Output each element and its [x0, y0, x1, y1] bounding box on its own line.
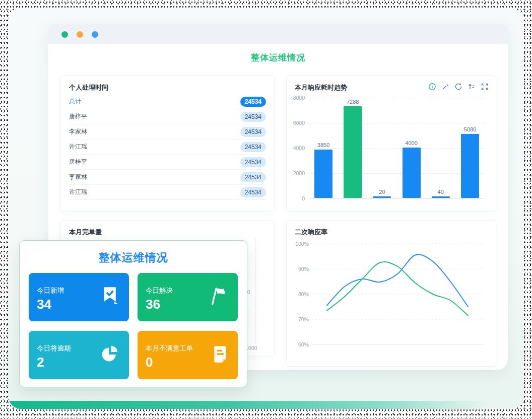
info-circle-icon[interactable]: [428, 83, 436, 91]
bar-rect: [461, 134, 479, 198]
pie-chart-icon: [101, 345, 119, 363]
bar-rect: [314, 150, 332, 198]
y-axis-tick: 6000: [287, 120, 305, 126]
person-name: 许江瑶: [69, 188, 87, 196]
value-badge: 24534: [240, 172, 266, 182]
magic-wand-icon[interactable]: [441, 83, 449, 91]
y-axis-tick: 4000: [287, 145, 305, 151]
value-badge: 24534: [240, 127, 266, 137]
bar-value-label: 4000: [405, 140, 417, 146]
panel-title: 本月完单量: [69, 228, 266, 237]
window-dot-orange[interactable]: [77, 31, 83, 38]
sort-icon[interactable]: [468, 83, 476, 91]
refresh-icon[interactable]: [454, 83, 462, 91]
stat-tile-document[interactable]: 本月不满意工单0: [138, 331, 238, 379]
person-name: 许江瑶: [69, 143, 87, 151]
value-badge: 24534: [240, 187, 266, 197]
panel-second-response: 二次响应率 100%90%80%70%60%: [286, 220, 496, 367]
panel-title: 个人处理时间: [69, 83, 266, 92]
bar-value-label: 7288: [347, 99, 359, 105]
stat-tile-pie-chart[interactable]: 今日将逾期2: [29, 331, 129, 379]
value-badge: 24534: [240, 157, 266, 167]
bar-rect: [344, 106, 362, 198]
person-name: 唐梓平: [69, 158, 87, 166]
bar[interactable]: 4000: [397, 140, 426, 198]
document-icon: [213, 345, 228, 363]
y-axis-tick: 90%: [298, 266, 309, 272]
bar[interactable]: 3850: [309, 142, 338, 198]
y-axis-tick: 2000: [287, 170, 305, 176]
overlay-kpi-card: 整体运维情况 今日新增34今日解决36今日将逾期2本月不满意工单0: [19, 240, 247, 387]
list-item: 李家林24534: [69, 170, 266, 185]
list-item: 许江瑶24534: [69, 139, 266, 155]
window-header: [48, 24, 508, 44]
y-axis-tick: 0: [287, 195, 305, 201]
list-item: 李家林24534: [69, 124, 266, 139]
bar[interactable]: 40: [426, 189, 455, 198]
panel-personal-time: 个人处理时间 总计24534唐梓平24534李家林24534许江瑶24534唐梓…: [60, 76, 275, 212]
chart-toolbar: [428, 83, 489, 91]
bar-chart-plot[interactable]: 38507288204000405080: [309, 98, 485, 198]
line-chart[interactable]: 100%90%80%70%60%: [290, 236, 489, 357]
stats-grid: 今日新增34今日解决36今日将逾期2本月不满意工单0: [29, 273, 238, 379]
bar-rect: [373, 196, 391, 198]
flag-icon: [209, 287, 228, 306]
bar[interactable]: 5080: [455, 126, 485, 198]
footer-gradient-bar: [8, 401, 524, 409]
y-axis-tick: 70%: [298, 316, 309, 322]
green-series-line: [327, 262, 468, 316]
list-item: 唐梓平24534: [69, 155, 266, 170]
fullscreen-icon[interactable]: [481, 83, 489, 91]
personal-time-rows: 总计24534唐梓平24534李家林24534许江瑶24534唐梓平24534李…: [69, 94, 266, 200]
person-name: 唐梓平: [69, 112, 87, 121]
stat-tile-flag[interactable]: 今日解决36: [138, 273, 238, 321]
axis-gridline: [255, 238, 256, 343]
overlay-title: 整体运维情况: [20, 250, 247, 265]
list-item: 唐梓平24534: [69, 109, 266, 124]
bar-value-label: 40: [438, 189, 444, 195]
y-axis-tick: 100%: [295, 241, 309, 247]
y-axis-tick: 8000: [287, 95, 305, 101]
list-item: 许江瑶24534: [69, 185, 266, 200]
person-name: 总计: [69, 97, 81, 106]
bar-rect: [432, 196, 450, 198]
gridline: [309, 123, 485, 123]
window-dot-blue[interactable]: [92, 31, 98, 38]
bar-value-label: 20: [379, 189, 385, 195]
bar[interactable]: 20: [367, 189, 396, 198]
window-dot-green[interactable]: [61, 31, 68, 38]
y-axis-tick: 60%: [298, 341, 309, 347]
y-axis-tick: 80%: [298, 291, 309, 297]
value-badge: 24534: [240, 97, 266, 107]
stat-tile-bookmark-check[interactable]: 今日新增34: [29, 273, 129, 321]
gridline: [309, 98, 485, 98]
bar-value-label: 5080: [464, 126, 476, 132]
person-name: 李家林: [69, 173, 87, 181]
gridline: [309, 198, 485, 199]
list-item: 总计24534: [69, 94, 266, 109]
panel-response-trend: 本月响应耗时趋势: [286, 76, 496, 212]
value-badge: 24534: [240, 112, 266, 122]
page-title: 整体运维情况: [48, 52, 508, 63]
bookmark-check-icon: [103, 287, 119, 306]
value-badge: 24534: [240, 142, 266, 152]
person-name: 李家林: [69, 127, 87, 136]
bar[interactable]: 7288: [338, 99, 367, 198]
bar-value-label: 3850: [317, 142, 329, 148]
bar-rect: [403, 148, 421, 198]
